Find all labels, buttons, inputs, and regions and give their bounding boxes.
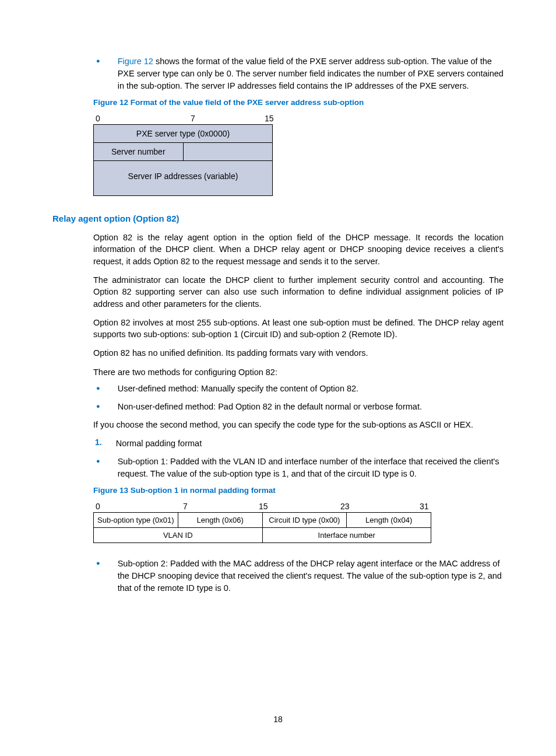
method-1-text: User-defined method: Manually specify th…: [118, 383, 504, 395]
figure-13-diagram: 0 7 15 23 31 Sub-option type (0x01) Leng…: [93, 502, 431, 543]
fig13-cell-interface: Interface number: [263, 528, 431, 542]
fig12-tick-7: 7: [191, 114, 195, 123]
figure-12-link[interactable]: Figure 12: [118, 57, 153, 66]
subopt-1: ● Sub-option 1: Padded with the VLAN ID …: [93, 456, 504, 480]
intro-text: Figure 12 shows the format of the value …: [118, 55, 504, 92]
fig12-tick-15: 15: [265, 114, 274, 123]
fig13-tick-0: 0: [96, 502, 100, 511]
subopt-2-text: Sub-option 2: Padded with the MAC addres…: [118, 558, 504, 594]
para-4: Option 82 has no unified definition. Its…: [93, 347, 504, 359]
fig12-row-empty: [184, 143, 273, 160]
fig13-cell-circuit-type: Circuit ID type (0x00): [263, 513, 347, 527]
fig13-cell-subopt-type: Sub-option type (0x01): [94, 513, 178, 527]
subopt-1-text: Sub-option 1: Padded with the VLAN ID an…: [118, 456, 504, 480]
method-2-text: Non-user-defined method: Pad Option 82 i…: [118, 401, 504, 413]
fig13-tick-23: 23: [340, 502, 350, 511]
method-1: ● User-defined method: Manually specify …: [93, 383, 504, 395]
fig13-tick-7: 7: [183, 502, 188, 511]
bullet-icon: ●: [96, 402, 100, 413]
heading-relay-agent: Relay agent option (Option 82): [52, 214, 504, 223]
fig13-cell-vlan: VLAN ID: [94, 528, 263, 542]
figure-12-diagram: 0 7 15 PXE server type (0x0000) Server n…: [93, 114, 273, 196]
bullet-icon: ●: [96, 57, 100, 92]
para-1: Option 82 is the relay agent option in t…: [93, 232, 504, 267]
fig12-row-pxe-type: PXE server type (0x0000): [94, 125, 272, 143]
fig12-row-server-ip: Server IP addresses (variable): [94, 161, 272, 195]
method-2: ● Non-user-defined method: Pad Option 82…: [93, 401, 504, 413]
fig13-tick-31: 31: [420, 502, 429, 511]
fig13-tick-15: 15: [259, 502, 268, 511]
intro-bullet: ● Figure 12 shows the format of the valu…: [93, 55, 504, 92]
bullet-icon: ●: [96, 559, 100, 594]
fig13-cell-length04: Length (0x04): [347, 513, 431, 527]
bullet-icon: ●: [96, 457, 100, 480]
numbered-text: Normal padding format: [116, 438, 504, 450]
subopt-2: ● Sub-option 2: Padded with the MAC addr…: [93, 558, 504, 594]
num-label: 1.: [95, 438, 102, 450]
figure-13-caption: Figure 13 Sub-option 1 in normal padding…: [93, 486, 504, 495]
para-5: There are two methods for configuring Op…: [93, 366, 504, 378]
para-after: If you choose the second method, you can…: [93, 419, 504, 430]
para-3: Option 82 involves at most 255 sub-optio…: [93, 317, 504, 341]
numbered-1: 1. Normal padding format: [93, 438, 504, 450]
para-2: The administrator can locate the DHCP cl…: [93, 274, 504, 310]
fig12-row-server-number: Server number: [94, 143, 184, 160]
fig13-cell-length06: Length (0x06): [178, 513, 263, 527]
figure-12-caption: Figure 12 Format of the value field of t…: [93, 98, 504, 107]
intro-rest: shows the format of the value field of t…: [118, 57, 504, 90]
page-number: 18: [0, 715, 556, 724]
bullet-icon: ●: [96, 384, 100, 395]
fig12-tick-0: 0: [96, 114, 100, 123]
